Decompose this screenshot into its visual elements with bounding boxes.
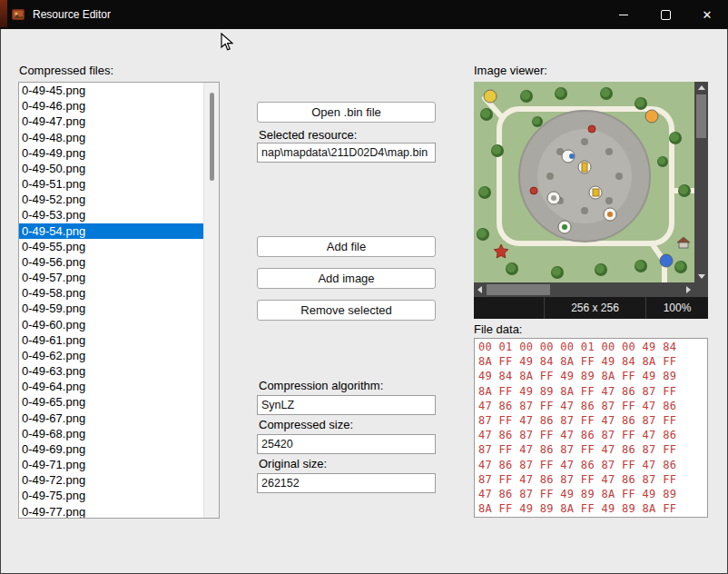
list-item[interactable]: 0-49-53.png (19, 207, 203, 223)
image-viewer-label: Image viewer: (474, 64, 547, 77)
list-item[interactable]: 0-49-72.png (19, 472, 203, 488)
list-item[interactable]: 0-49-58.png (19, 285, 203, 301)
list-item[interactable]: 0-49-47.png (19, 114, 203, 129)
list-item[interactable]: 0-49-65.png (19, 394, 203, 410)
scroll-left-icon[interactable] (477, 286, 482, 293)
resource-editor-window: Resource Editor ✕ Compressed files: 0-49… (0, 0, 728, 574)
list-item[interactable]: 0-49-69.png (19, 441, 203, 457)
viewer-vertical-scrollbar[interactable] (694, 82, 708, 282)
list-item[interactable]: 0-49-56.png (19, 254, 203, 270)
window-title: Resource Editor (33, 0, 111, 29)
hex-line: 8A FF 49 89 8A FF 47 86 87 FF (478, 384, 703, 399)
list-item[interactable]: 0-49-52.png (19, 192, 203, 207)
hex-line: 8A FF 49 84 8A FF 49 84 8A FF (478, 354, 703, 369)
list-item[interactable]: 0-49-67.png (19, 411, 203, 426)
add-image-button[interactable]: Add image (257, 268, 436, 289)
background-window-edge (0, 0, 7, 27)
viewer-status-bar: 256 x 256 100% (474, 297, 708, 319)
file-data-label: File data: (474, 322, 522, 336)
list-item[interactable]: 0-49-59.png (19, 301, 203, 316)
selected-resource-label: Selected resource: (259, 128, 357, 142)
close-button[interactable]: ✕ (686, 0, 728, 29)
list-item[interactable]: 0-49-46.png (19, 98, 203, 114)
original-size-field[interactable]: 262152 (257, 473, 436, 493)
minimize-button[interactable] (603, 0, 644, 29)
compression-algorithm-label: Compression algorithm: (259, 379, 383, 392)
open-bin-button[interactable]: Open .bin file (257, 102, 436, 123)
list-item[interactable]: 0-49-54.png (19, 223, 203, 239)
viewer-vscroll-thumb[interactable] (696, 94, 706, 138)
list-item[interactable]: 0-49-51.png (19, 176, 203, 192)
scrollbar-corner (694, 282, 708, 297)
list-item[interactable]: 0-49-55.png (19, 239, 203, 254)
image-viewer-canvas[interactable] (474, 82, 694, 282)
hex-line: 47 86 87 FF 47 86 87 FF 47 86 (478, 428, 703, 442)
list-item[interactable]: 0-49-77.png (19, 504, 203, 519)
hex-line: 47 86 87 FF 47 86 87 FF 47 86 (478, 399, 703, 413)
image-dimensions: 256 x 256 (545, 297, 646, 319)
hex-line: 00 01 00 00 00 01 00 00 49 84 (478, 340, 703, 354)
list-item[interactable]: 0-49-48.png (19, 130, 203, 145)
scroll-down-icon[interactable] (698, 274, 705, 279)
hex-line: 47 86 87 FF 49 89 8A FF 49 89 (478, 487, 703, 501)
mouse-cursor (221, 33, 233, 55)
list-scrollbar-thumb[interactable] (210, 93, 214, 181)
selected-resource-field[interactable]: nap\mapdata\211D02D4\map.bin (257, 143, 436, 163)
list-scrollbar[interactable] (203, 83, 219, 518)
maximize-button[interactable] (644, 0, 686, 29)
list-item[interactable]: 0-49-45.png (19, 83, 203, 98)
list-item[interactable]: 0-49-62.png (19, 348, 203, 363)
hex-line: 87 FF 47 86 87 FF 47 86 87 FF (478, 472, 703, 487)
compressed-size-label: Compressed size: (259, 418, 353, 431)
file-listbox[interactable]: 0-49-45.png0-49-46.png0-49-47.png0-49-48… (18, 82, 220, 519)
map-image (474, 82, 694, 282)
zoom-level: 100% (646, 297, 708, 319)
viewer-horizontal-scrollbar[interactable] (474, 282, 694, 297)
status-segment-empty (474, 297, 545, 319)
maximize-icon (661, 10, 671, 20)
list-item[interactable]: 0-49-75.png (19, 488, 203, 503)
viewer-hscroll-thumb[interactable] (487, 284, 550, 295)
list-item[interactable]: 0-49-60.png (19, 317, 203, 332)
hex-line: 87 FF 47 86 87 FF 47 86 87 FF (478, 413, 703, 428)
hex-view[interactable]: 00 01 00 00 00 01 00 00 49 848A FF 49 84… (474, 338, 708, 518)
compressed-size-field[interactable]: 25420 (257, 434, 436, 454)
hex-line: 87 FF 47 86 87 FF 47 86 87 FF (478, 442, 703, 457)
compression-algorithm-field[interactable]: SynLZ (257, 395, 436, 415)
hex-line: 8A FF 49 89 8A FF 49 89 8A FF (478, 501, 703, 516)
hex-line: 47 86 87 FF 47 86 87 FF 47 86 (478, 458, 703, 472)
list-item[interactable]: 0-49-71.png (19, 457, 203, 472)
list-item[interactable]: 0-49-49.png (19, 145, 203, 161)
list-item[interactable]: 0-49-57.png (19, 270, 203, 285)
hex-line: 49 84 8A FF 49 89 8A FF 49 89 (478, 369, 703, 383)
scroll-up-icon[interactable] (698, 85, 705, 90)
app-icon (11, 7, 25, 22)
compressed-files-label: Compressed files: (19, 64, 113, 77)
original-size-label: Original size: (259, 457, 327, 470)
list-item[interactable]: 0-49-63.png (19, 363, 203, 379)
minimize-icon (619, 15, 628, 15)
title-bar[interactable]: Resource Editor ✕ (0, 0, 728, 29)
list-item[interactable]: 0-49-61.png (19, 332, 203, 348)
remove-selected-button[interactable]: Remove selected (257, 300, 436, 321)
add-file-button[interactable]: Add file (257, 236, 436, 257)
list-item[interactable]: 0-49-68.png (19, 426, 203, 441)
scroll-right-icon[interactable] (686, 286, 691, 293)
list-item[interactable]: 0-49-50.png (19, 161, 203, 176)
list-item[interactable]: 0-49-64.png (19, 379, 203, 394)
file-list: 0-49-45.png0-49-46.png0-49-47.png0-49-48… (19, 83, 203, 518)
